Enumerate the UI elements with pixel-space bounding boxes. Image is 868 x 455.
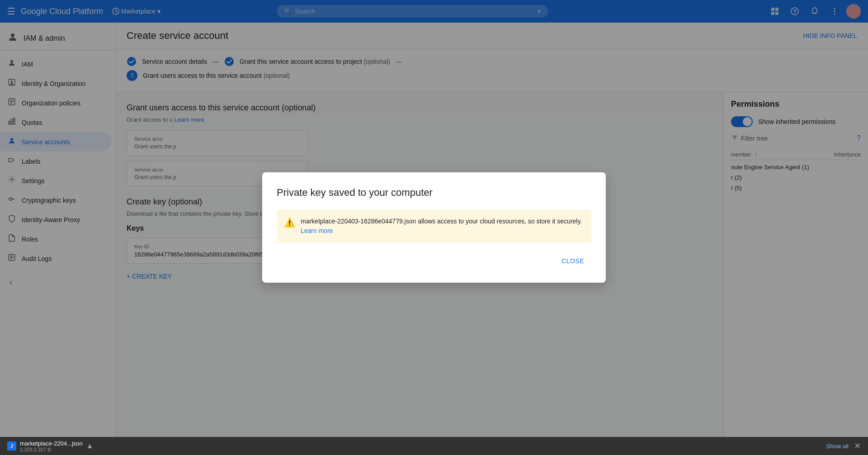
modal-dialog: Private key saved to your computer ⚠️ ma… bbox=[262, 172, 606, 283]
download-file: J marketplace-2204...json 2,329.2,327 B … bbox=[7, 440, 94, 452]
modal-close-button[interactable]: CLOSE bbox=[554, 254, 591, 268]
download-file-icon: J bbox=[7, 441, 16, 450]
warning-icon: ⚠️ bbox=[284, 217, 295, 228]
close-download-bar-button[interactable]: ✕ bbox=[854, 441, 861, 451]
modal-warning-text: marketplace-220403-16286e044779.json all… bbox=[301, 217, 584, 236]
modal-learn-more-link[interactable]: Learn more bbox=[301, 227, 333, 234]
modal-actions: CLOSE bbox=[277, 254, 591, 268]
download-file-size: 2,329.2,327 B bbox=[20, 447, 83, 452]
download-chevron-icon[interactable]: ▲ bbox=[86, 442, 94, 450]
download-bar: J marketplace-2204...json 2,329.2,327 B … bbox=[0, 437, 868, 455]
modal-warning-box: ⚠️ marketplace-220403-16286e044779.json … bbox=[277, 209, 591, 243]
show-all-button[interactable]: Show all bbox=[826, 443, 849, 450]
modal-title: Private key saved to your computer bbox=[277, 187, 591, 199]
modal-overlay[interactable]: Private key saved to your computer ⚠️ ma… bbox=[0, 0, 868, 455]
download-file-info: marketplace-2204...json 2,329.2,327 B bbox=[20, 440, 83, 452]
download-file-name: marketplace-2204...json bbox=[20, 440, 83, 447]
